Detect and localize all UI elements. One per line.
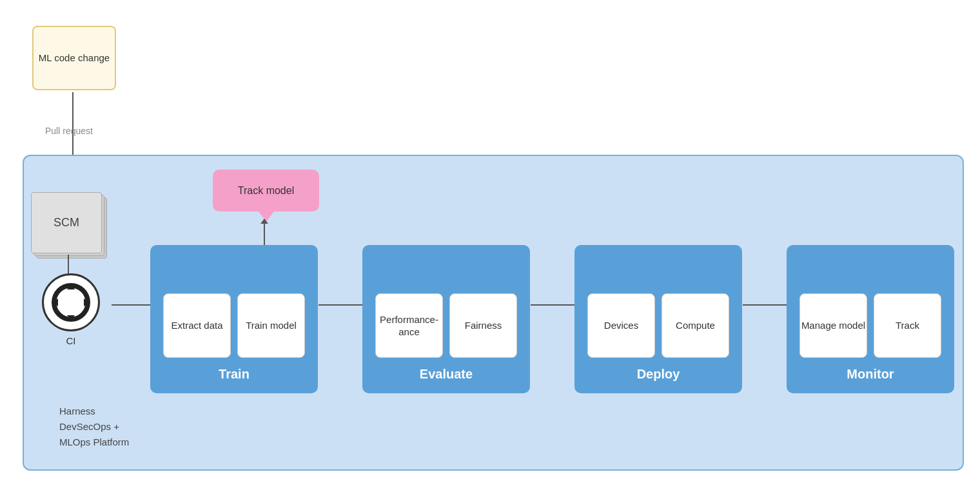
extract-data-card: Extract data xyxy=(163,293,231,358)
performance-label: Performance-ance xyxy=(376,313,442,338)
ml-code-change-box: ML code change xyxy=(32,26,116,90)
evaluate-label: Evaluate xyxy=(420,367,473,382)
ci-icon xyxy=(42,273,100,331)
track-card: Track xyxy=(874,293,941,358)
harness-line3: MLOps Platform xyxy=(59,435,129,450)
arrow-ci-train xyxy=(112,304,150,306)
evaluate-stage: Performance-ance Fairness Evaluate xyxy=(362,245,530,393)
performance-card: Performance-ance xyxy=(375,293,443,358)
deploy-stage: Devices Compute Deploy xyxy=(574,245,742,393)
arrow-deploy-monitor xyxy=(743,304,787,306)
arrow-train-eval xyxy=(318,304,362,306)
compute-card: Compute xyxy=(662,293,729,358)
ci-label: CI xyxy=(66,335,76,346)
arrow-head-up xyxy=(260,219,268,224)
train-model-card: Train model xyxy=(237,293,305,358)
monitor-label: Monitor xyxy=(847,367,894,382)
arrow-train-to-callout xyxy=(264,223,265,248)
monitor-stage: Manage model Track Monitor xyxy=(787,245,954,393)
track-model-callout: Track model xyxy=(213,170,319,211)
monitor-cards: Manage model Track xyxy=(799,293,941,358)
evaluate-cards: Performance-ance Fairness xyxy=(375,293,517,358)
deploy-cards: Devices Compute xyxy=(587,293,729,358)
ci-svg xyxy=(48,280,93,325)
track-model-label: Track model xyxy=(238,185,294,197)
train-label: Train xyxy=(219,367,250,382)
train-stage: Extract data Train model Train xyxy=(150,245,318,393)
devices-card: Devices xyxy=(587,293,655,358)
deploy-label: Deploy xyxy=(637,367,680,382)
harness-label: Harness DevSecOps + MLOps Platform xyxy=(59,404,129,450)
harness-line2: DevSecOps + xyxy=(59,419,129,435)
ci-container: CI xyxy=(32,271,110,348)
fairness-card: Fairness xyxy=(449,293,517,358)
scm-box: SCM xyxy=(31,192,102,253)
pull-request-label: Pull request xyxy=(45,126,93,136)
svg-point-0 xyxy=(53,284,89,320)
ml-code-change-label: ML code change xyxy=(39,52,110,64)
harness-line1: Harness xyxy=(59,404,129,419)
scm-label: SCM xyxy=(54,216,79,230)
train-cards: Extract data Train model xyxy=(163,293,305,358)
track-model-wrapper: Track model xyxy=(213,170,319,211)
manage-model-card: Manage model xyxy=(799,293,867,358)
arrow-eval-deploy xyxy=(531,304,574,306)
canvas: ML code change Pull request Harness DevS… xyxy=(0,0,980,490)
